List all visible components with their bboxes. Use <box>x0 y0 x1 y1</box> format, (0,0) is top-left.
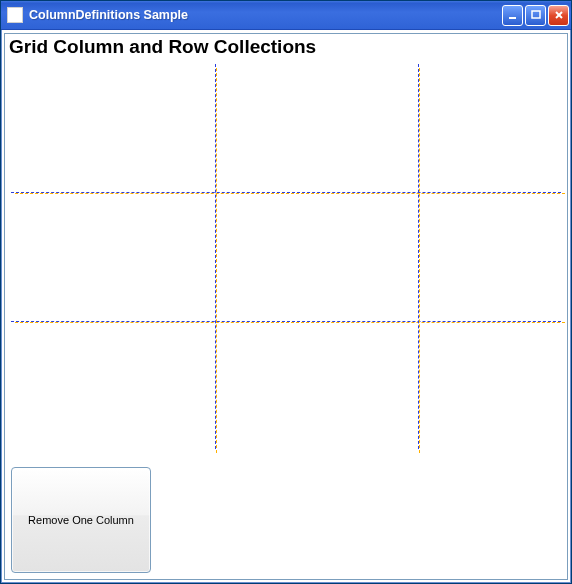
demo-grid <box>11 64 561 449</box>
grid-line-vertical <box>418 64 419 449</box>
client-area: Grid Column and Row Collections Remove O… <box>4 33 568 580</box>
window-buttons <box>502 5 569 26</box>
close-icon <box>554 10 564 20</box>
svg-rect-0 <box>509 17 516 19</box>
svg-rect-1 <box>532 11 540 18</box>
application-window: ColumnDefinitions Sample Grid Column a <box>0 0 572 584</box>
grid-line-horizontal <box>11 192 561 193</box>
button-panel: Remove One Column <box>11 467 151 573</box>
remove-one-column-button[interactable]: Remove One Column <box>11 467 151 573</box>
grid-line-vertical <box>215 64 216 449</box>
app-icon <box>7 7 23 23</box>
maximize-button[interactable] <box>525 5 546 26</box>
grid-line-horizontal <box>11 321 561 322</box>
close-button[interactable] <box>548 5 569 26</box>
page-title: Grid Column and Row Collections <box>9 36 316 58</box>
titlebar[interactable]: ColumnDefinitions Sample <box>1 1 571 30</box>
maximize-icon <box>531 10 541 20</box>
minimize-button[interactable] <box>502 5 523 26</box>
minimize-icon <box>508 10 518 20</box>
window-title: ColumnDefinitions Sample <box>29 8 502 22</box>
